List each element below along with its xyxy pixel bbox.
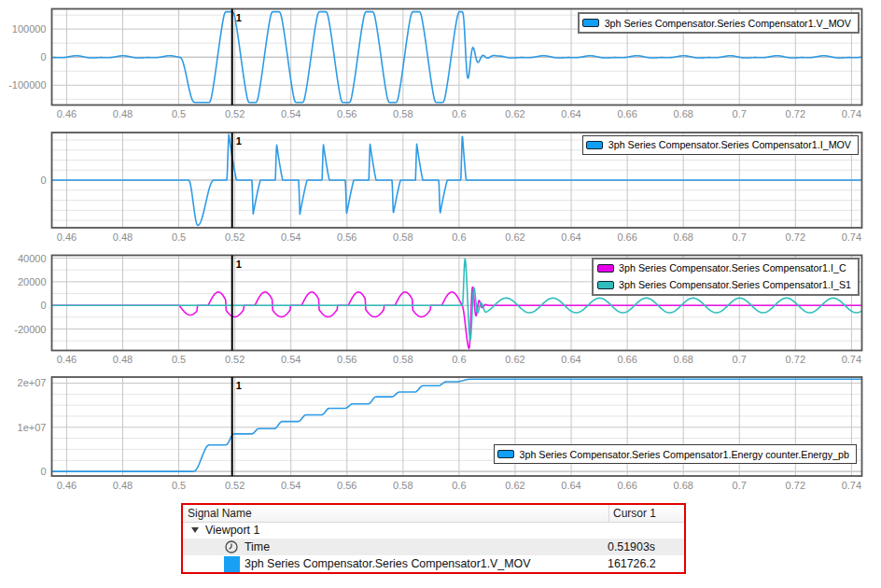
legend-color-swatch-icon (582, 19, 599, 27)
x-tick-label: 0.6 (452, 480, 466, 491)
vmov-row-label: 3ph Series Compensator.Series Compensato… (245, 557, 530, 570)
legend-color-swatch-icon (586, 141, 603, 149)
x-tick-label: 0.5 (172, 354, 186, 365)
y-tick-label: -20000 (14, 324, 46, 335)
x-tick-label: 0.56 (337, 480, 357, 491)
x-tick-label: 0.66 (617, 108, 636, 119)
cursor-number-label: 1 (236, 12, 242, 23)
legend-color-swatch-icon (497, 450, 514, 458)
legend-entry: 3ph Series Compensator.Series Compensato… (597, 276, 851, 293)
x-tick-label: 0.68 (673, 480, 692, 491)
x-tick-label: 0.74 (842, 231, 861, 243)
legend-label: 3ph Series Compensator.Series Compensato… (605, 18, 851, 29)
x-tick-label: 0.7 (733, 480, 747, 491)
legend-label: 3ph Series Compensator.Series Compensato… (619, 262, 846, 273)
waveform-I_C (52, 287, 862, 349)
viewport-group-label: Viewport 1 (205, 524, 259, 537)
x-tick-label: 0.72 (786, 354, 805, 365)
x-tick-label: 0.62 (505, 480, 524, 491)
x-tick-label: 0.54 (281, 354, 301, 365)
x-tick-label: 0.64 (561, 354, 580, 365)
vmov-cursor1-value: 161726.2 (608, 557, 656, 570)
legend-plot-2[interactable]: 3ph Series Compensator.Series Compensato… (592, 258, 860, 296)
x-tick-label: 0.46 (57, 354, 77, 365)
x-tick-label: 0.66 (617, 354, 636, 365)
x-tick-label: 0.74 (842, 108, 861, 119)
clock-icon (223, 539, 240, 555)
cursor-number-label: 1 (236, 259, 242, 270)
scope-window: {"window":{"background":"#ffffff"},"char… (0, 0, 881, 588)
cursor1-header-label: Cursor 1 (613, 507, 656, 520)
cursor-data-table: Signal Name Cursor 1 Viewport 1 Time 0.5… (181, 503, 686, 574)
y-tick-label: 40000 (18, 253, 47, 264)
x-tick-label: 0.6 (452, 108, 466, 119)
x-tick-label: 0.62 (505, 231, 524, 243)
time-cursor1-value: 0.51903s (608, 540, 655, 553)
y-tick-label: 2e+07 (18, 377, 47, 388)
y-tick-label: 0 (40, 175, 46, 186)
x-tick-label: 0.52 (225, 231, 245, 243)
x-tick-label: 0.52 (225, 354, 245, 365)
x-tick-label: 0.64 (561, 480, 580, 491)
x-tick-label: 0.72 (786, 231, 805, 243)
x-tick-label: 0.58 (393, 480, 413, 491)
legend-label: 3ph Series Compensator.Series Compensato… (619, 279, 851, 290)
x-tick-label: 0.48 (113, 354, 133, 365)
x-tick-label: 0.62 (505, 354, 524, 365)
x-tick-label: 0.68 (673, 231, 692, 243)
collapse-expander-icon[interactable] (191, 527, 199, 533)
y-tick-label: 20000 (18, 276, 47, 287)
cursor-number-label: 1 (236, 380, 242, 391)
x-tick-label: 0.48 (113, 108, 133, 119)
x-tick-label: 0.5 (172, 231, 186, 243)
x-tick-label: 0.56 (337, 354, 357, 365)
x-tick-label: 0.6 (452, 354, 466, 365)
x-tick-label: 0.54 (281, 231, 301, 243)
y-tick-label: 0 (40, 300, 46, 311)
time-row-label: Time (245, 540, 270, 553)
x-tick-label: 0.56 (337, 108, 357, 119)
x-tick-label: 0.72 (786, 108, 805, 119)
x-tick-label: 0.52 (225, 108, 245, 119)
x-tick-label: 0.46 (57, 480, 77, 491)
x-tick-label: 0.74 (842, 354, 861, 365)
table-row-viewport[interactable]: Viewport 1 (183, 523, 684, 539)
y-tick-label: 0 (40, 51, 46, 63)
scope-plots-area: 1000000-1000000.460.480.50.520.540.560.5… (0, 0, 881, 499)
x-tick-label: 0.66 (617, 231, 636, 243)
cursor-table-header: Signal Name Cursor 1 (183, 505, 684, 523)
x-tick-label: 0.7 (733, 354, 747, 365)
y-tick-label: 0 (40, 466, 46, 477)
x-tick-label: 0.58 (393, 231, 413, 243)
signal-color-swatch-icon (223, 555, 240, 572)
x-tick-label: 0.46 (57, 231, 77, 243)
x-tick-label: 0.48 (113, 231, 133, 243)
column-header-signal-name[interactable]: Signal Name (183, 505, 608, 522)
x-tick-label: 0.58 (393, 108, 413, 119)
x-tick-label: 0.64 (561, 231, 580, 243)
plots-canvas: 1000000-1000000.460.480.50.520.540.560.5… (0, 0, 881, 499)
y-tick-label: -100000 (8, 79, 46, 91)
legend-color-swatch-icon (597, 264, 614, 273)
table-row-vmov-signal[interactable]: 3ph Series Compensator.Series Compensato… (183, 555, 684, 572)
x-tick-label: 0.7 (733, 231, 747, 243)
x-tick-label: 0.46 (57, 108, 77, 119)
column-header-cursor1[interactable]: Cursor 1 (608, 505, 684, 522)
x-tick-label: 0.5 (172, 108, 186, 119)
legend-plot-1[interactable]: 3ph Series Compensator.Series Compensato… (582, 135, 859, 155)
legend-label: 3ph Series Compensator.Series Compensato… (608, 139, 851, 150)
cursor-number-label: 1 (236, 135, 242, 147)
x-tick-label: 0.66 (617, 480, 636, 491)
legend-color-swatch-icon (597, 281, 614, 289)
x-tick-label: 0.68 (673, 354, 692, 365)
x-tick-label: 0.58 (393, 354, 413, 365)
x-tick-label: 0.56 (337, 231, 357, 243)
x-tick-label: 0.74 (842, 480, 861, 491)
x-tick-label: 0.54 (281, 480, 301, 491)
legend-entry: 3ph Series Compensator.Series Compensato… (586, 136, 851, 153)
x-tick-label: 0.72 (786, 480, 805, 491)
legend-plot-3[interactable]: 3ph Series Compensator.Series Compensato… (494, 444, 857, 464)
legend-plot-0[interactable]: 3ph Series Compensator.Series Compensato… (578, 12, 860, 34)
legend-entry: 3ph Series Compensator.Series Compensato… (582, 15, 851, 32)
table-row-time[interactable]: Time 0.51903s (183, 539, 684, 555)
